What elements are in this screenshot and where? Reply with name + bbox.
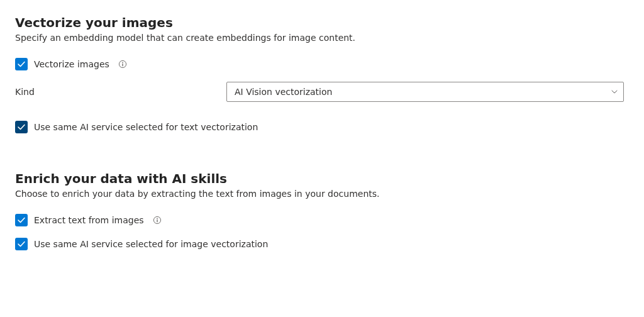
extract-text-checkbox[interactable] <box>15 214 28 226</box>
kind-row: Kind AI Vision vectorization <box>15 82 629 102</box>
vectorize-images-section: Vectorize your images Specify an embeddi… <box>15 15 629 133</box>
vectorize-desc: Specify an embedding model that can crea… <box>15 33 629 43</box>
kind-select[interactable]: AI Vision vectorization <box>226 82 624 102</box>
enrich-title: Enrich your data with AI skills <box>15 171 629 186</box>
use-same-image-checkbox[interactable] <box>15 238 28 250</box>
checkmark-icon <box>17 240 26 248</box>
info-icon[interactable] <box>153 216 162 225</box>
use-same-text-checkbox[interactable] <box>15 121 28 133</box>
svg-point-4 <box>157 218 158 220</box>
extract-text-checkbox-row: Extract text from images <box>15 214 629 226</box>
svg-rect-2 <box>122 64 123 66</box>
vectorize-images-checkbox[interactable] <box>15 58 28 70</box>
vectorize-title: Vectorize your images <box>15 15 629 30</box>
chevron-down-icon <box>611 88 618 96</box>
checkmark-icon <box>17 60 26 69</box>
use-same-text-label: Use same AI service selected for text ve… <box>34 122 258 132</box>
enrich-section: Enrich your data with AI skills Choose t… <box>15 171 629 250</box>
vectorize-images-checkbox-row: Vectorize images <box>15 58 629 70</box>
svg-rect-5 <box>157 220 157 222</box>
svg-point-1 <box>122 62 123 64</box>
use-same-image-checkbox-row: Use same AI service selected for image v… <box>15 238 629 250</box>
use-same-image-label: Use same AI service selected for image v… <box>34 239 268 249</box>
extract-text-label: Extract text from images <box>34 215 144 225</box>
checkmark-icon <box>17 216 26 225</box>
checkmark-icon <box>17 123 26 131</box>
use-same-text-checkbox-row: Use same AI service selected for text ve… <box>15 121 629 133</box>
enrich-desc: Choose to enrich your data by extracting… <box>15 189 629 199</box>
kind-label: Kind <box>15 87 226 97</box>
vectorize-images-label: Vectorize images <box>34 59 109 69</box>
info-icon[interactable] <box>118 60 127 69</box>
kind-select-value: AI Vision vectorization <box>235 87 332 97</box>
